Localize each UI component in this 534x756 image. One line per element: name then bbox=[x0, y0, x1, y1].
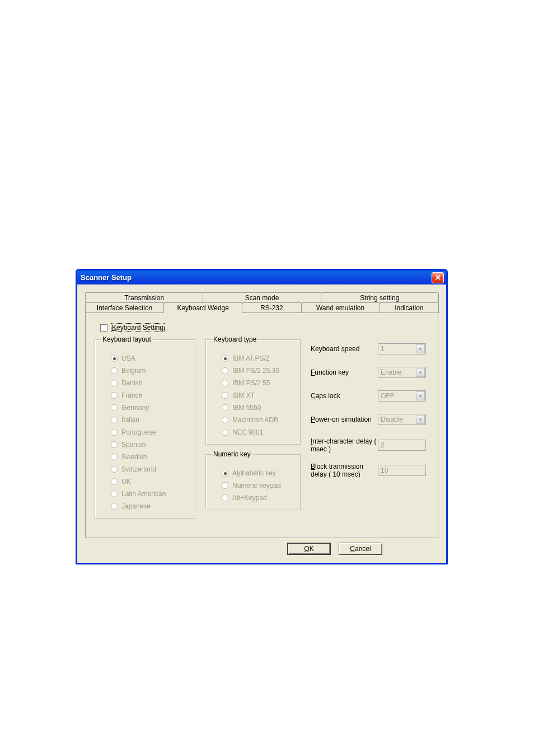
radio-option[interactable]: Alphabetic key bbox=[212, 467, 294, 479]
input-block-transmission-delay[interactable]: 10 bbox=[378, 465, 426, 476]
radio-option[interactable]: IBM PS/2 25,30 bbox=[212, 365, 294, 377]
chevron-down-icon: ▼ bbox=[416, 415, 425, 424]
radio-option[interactable]: France bbox=[101, 389, 189, 402]
field-block-transmission-delay: Block tranmission delay ( 10 msec) 10 bbox=[311, 463, 429, 479]
tab-wand-emulation[interactable]: Wand emulation bbox=[301, 302, 380, 313]
client-area: Transmission Scan mode String setting In… bbox=[77, 284, 446, 563]
columns: Keyboard layout USABelgiumDanishFranceGe… bbox=[95, 335, 429, 524]
radio-icon bbox=[111, 392, 118, 399]
radio-option[interactable]: IBM XT bbox=[212, 389, 294, 402]
legend-keyboard-type: Keyboard type bbox=[212, 335, 258, 343]
radio-label: IBM PS/2 55 bbox=[232, 379, 270, 387]
col-fields: Keyboard speed 1▼ Function key Enable▼ C… bbox=[311, 335, 429, 524]
tab-transmission[interactable]: Transmission bbox=[85, 292, 203, 303]
radio-icon bbox=[111, 429, 118, 436]
radio-label: Numeric keypad bbox=[232, 482, 281, 489]
radio-icon bbox=[111, 466, 118, 473]
radio-icon bbox=[111, 441, 118, 448]
radio-label: IBM PS/2 25,30 bbox=[232, 367, 279, 375]
radio-icon bbox=[222, 355, 228, 362]
radio-label: Belgium bbox=[121, 367, 146, 375]
tab-panel: Keyboard Setting Keyboard layout USABelg… bbox=[85, 312, 438, 538]
keyboard-setting-checkbox[interactable] bbox=[100, 324, 107, 332]
ok-button[interactable]: OK bbox=[287, 543, 331, 555]
titlebar: Scanner Setup ✕ bbox=[77, 270, 446, 284]
radio-icon bbox=[222, 367, 228, 374]
radio-icon bbox=[111, 491, 118, 497]
tabs: Transmission Scan mode String setting In… bbox=[85, 292, 438, 539]
radio-option[interactable]: USA bbox=[101, 352, 189, 365]
radio-label: IBM XT bbox=[232, 391, 255, 399]
radio-option[interactable]: Belgium bbox=[101, 365, 189, 377]
radio-option[interactable]: Spanish bbox=[101, 438, 189, 451]
dialog-buttons: OK Cancel bbox=[85, 539, 438, 556]
chevron-down-icon: ▼ bbox=[416, 391, 425, 400]
radio-option[interactable]: Japanese bbox=[101, 500, 189, 512]
label-caps-lock: Caps lock bbox=[311, 392, 378, 400]
tab-string-setting[interactable]: String setting bbox=[321, 292, 439, 303]
radio-label: UK bbox=[121, 478, 131, 486]
radio-label: Alphabetic key bbox=[232, 469, 276, 477]
combo-keyboard-speed[interactable]: 1▼ bbox=[378, 343, 426, 354]
tabs-row-front: Interface Selection Keyboard Wedge RS-23… bbox=[85, 302, 438, 313]
radio-label: NEC 9801 bbox=[232, 428, 263, 436]
radio-label: Spanish bbox=[121, 441, 146, 449]
radio-label: Danish bbox=[121, 379, 142, 387]
window-title: Scanner Setup bbox=[81, 273, 132, 282]
radio-icon bbox=[111, 404, 118, 411]
combo-power-on-simulation[interactable]: Disable▼ bbox=[378, 414, 426, 425]
group-keyboard-layout: Keyboard layout USABelgiumDanishFranceGe… bbox=[95, 335, 195, 519]
radio-icon bbox=[222, 404, 228, 411]
radio-icon bbox=[222, 417, 228, 423]
radio-label: IBM AT,PS/2 bbox=[232, 354, 269, 362]
tab-rs232[interactable]: RS-232 bbox=[242, 302, 301, 313]
cancel-button[interactable]: Cancel bbox=[339, 543, 382, 555]
radio-label: USA bbox=[121, 354, 135, 362]
input-inter-character-delay[interactable]: 2 bbox=[378, 440, 426, 451]
radio-option[interactable]: Swedish bbox=[101, 451, 189, 463]
radio-label: Germany bbox=[121, 404, 149, 412]
combo-function-key[interactable]: Enable▼ bbox=[378, 367, 426, 378]
radio-label: Italian bbox=[121, 416, 139, 424]
tab-scan-mode[interactable]: Scan mode bbox=[203, 292, 321, 303]
tab-indication[interactable]: Indication bbox=[380, 302, 439, 313]
radio-option[interactable]: Danish bbox=[101, 377, 189, 389]
field-function-key: Function key Enable▼ bbox=[311, 367, 429, 378]
close-button[interactable]: ✕ bbox=[432, 272, 444, 283]
radio-icon bbox=[111, 503, 118, 510]
radio-option[interactable]: IBM 5550 bbox=[212, 402, 294, 414]
combo-caps-lock[interactable]: OFF▼ bbox=[378, 390, 426, 402]
label-inter-character-delay: Inter-character delay ( msec ) bbox=[311, 437, 378, 454]
radio-option[interactable]: Alt+Keypad bbox=[212, 492, 294, 504]
radio-option[interactable]: Germany bbox=[101, 402, 189, 414]
radio-icon bbox=[222, 429, 228, 436]
tab-keyboard-wedge[interactable]: Keyboard Wedge bbox=[163, 302, 242, 313]
radio-option[interactable]: Macintosh ADB bbox=[212, 414, 294, 426]
radio-icon bbox=[111, 478, 118, 485]
radio-label: Macintosh ADB bbox=[232, 416, 278, 424]
radio-option[interactable]: NEC 9801 bbox=[212, 426, 294, 438]
radio-label: Portuguese bbox=[121, 428, 156, 436]
close-icon: ✕ bbox=[435, 273, 441, 282]
label-function-key: Function key bbox=[311, 368, 378, 376]
radio-option[interactable]: Latin American bbox=[101, 488, 189, 500]
group-keyboard-type: Keyboard type IBM AT,PS/2IBM PS/2 25,30I… bbox=[205, 335, 301, 445]
chevron-down-icon: ▼ bbox=[416, 368, 425, 377]
radio-icon bbox=[111, 380, 118, 386]
radio-option[interactable]: UK bbox=[101, 475, 189, 488]
radio-option[interactable]: Switzerland bbox=[101, 463, 189, 475]
radio-label: Alt+Keypad bbox=[232, 494, 267, 502]
radio-option[interactable]: IBM PS/2 55 bbox=[212, 377, 294, 389]
chevron-down-icon: ▼ bbox=[416, 344, 425, 353]
dialog-window: Scanner Setup ✕ Transmission Scan mode S… bbox=[76, 269, 448, 564]
keyboard-setting-checkbox-row: Keyboard Setting bbox=[100, 323, 429, 332]
radio-option[interactable]: Numeric keypad bbox=[212, 479, 294, 492]
field-power-on-simulation: Power-on simulation Disable▼ bbox=[311, 414, 429, 425]
radio-option[interactable]: Portuguese bbox=[101, 426, 189, 438]
radio-icon bbox=[111, 454, 118, 460]
radio-option[interactable]: IBM AT,PS/2 bbox=[212, 352, 294, 365]
radio-icon bbox=[222, 392, 228, 399]
tab-interface-selection[interactable]: Interface Selection bbox=[85, 302, 164, 313]
radio-icon bbox=[111, 417, 118, 423]
radio-option[interactable]: Italian bbox=[101, 414, 189, 426]
